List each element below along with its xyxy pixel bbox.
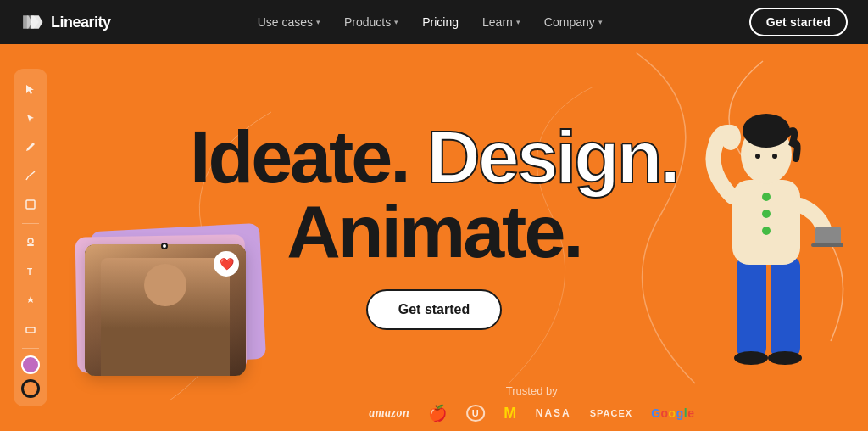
nav-pricing[interactable]: Pricing bbox=[422, 15, 459, 29]
nav-learn[interactable]: Learn ▾ bbox=[482, 15, 520, 29]
svg-point-19 bbox=[768, 351, 802, 365]
select-tool[interactable] bbox=[19, 77, 42, 101]
nav-company[interactable]: Company ▾ bbox=[544, 15, 603, 29]
selection-handle-top bbox=[161, 243, 168, 249]
trusted-logos-row: amazon 🍎 U M NASA SPACEX Google bbox=[369, 404, 694, 423]
magic-tool[interactable] bbox=[19, 288, 42, 312]
nav-use-cases[interactable]: Use cases ▾ bbox=[258, 15, 320, 29]
chevron-down-icon: ▾ bbox=[598, 18, 603, 26]
chevron-down-icon: ▾ bbox=[394, 18, 398, 26]
amazon-logo: amazon bbox=[369, 406, 409, 420]
text-tool[interactable]: T bbox=[19, 260, 42, 283]
svg-point-15 bbox=[721, 125, 741, 150]
nav-products[interactable]: Products ▾ bbox=[344, 15, 398, 29]
pen-tool[interactable] bbox=[19, 135, 42, 159]
hero-title-line1: Ideate. Design. bbox=[137, 120, 731, 194]
svg-rect-17 bbox=[811, 243, 843, 247]
universal-logo: U bbox=[466, 405, 485, 422]
svg-rect-4 bbox=[26, 327, 35, 333]
logo-icon bbox=[20, 13, 44, 31]
character-svg bbox=[690, 95, 843, 383]
google-logo: Google bbox=[651, 406, 694, 420]
left-toolbar: T bbox=[14, 69, 47, 406]
trusted-section: Trusted by amazon 🍎 U M NASA SPACEX Goog… bbox=[369, 384, 694, 423]
svg-point-1 bbox=[28, 238, 33, 243]
nav-get-started-button[interactable]: Get started bbox=[749, 8, 848, 36]
svg-rect-16 bbox=[815, 227, 841, 245]
eraser-tool[interactable] bbox=[19, 317, 42, 341]
fill-color-swatch[interactable] bbox=[21, 355, 40, 374]
chevron-down-icon: ▾ bbox=[316, 18, 320, 26]
trusted-label: Trusted by bbox=[369, 384, 694, 397]
card-main-layer: ❤️ bbox=[85, 244, 246, 376]
pencil-tool[interactable] bbox=[19, 164, 42, 188]
logo[interactable]: Linearity bbox=[20, 13, 111, 31]
nav-links: Use cases ▾ Products ▾ Pricing Learn ▾ C… bbox=[258, 15, 603, 29]
svg-text:T: T bbox=[27, 267, 32, 277]
nasa-logo: NASA bbox=[536, 407, 571, 419]
svg-point-12 bbox=[743, 114, 790, 148]
svg-point-8 bbox=[762, 193, 771, 201]
svg-rect-5 bbox=[737, 256, 766, 358]
svg-rect-0 bbox=[26, 200, 35, 209]
person-head bbox=[144, 264, 186, 306]
mcdonalds-logo: M bbox=[504, 405, 517, 423]
navigation: Linearity Use cases ▾ Products ▾ Pricing… bbox=[0, 0, 868, 44]
svg-point-9 bbox=[762, 210, 771, 218]
logo-text: Linearity bbox=[51, 14, 111, 31]
hero-get-started-button[interactable]: Get started bbox=[366, 289, 502, 330]
chevron-down-icon: ▾ bbox=[516, 18, 520, 26]
stroke-color-swatch[interactable] bbox=[21, 379, 40, 398]
arrow-tool[interactable] bbox=[19, 106, 42, 130]
stamp-tool[interactable] bbox=[19, 231, 42, 255]
svg-rect-2 bbox=[27, 244, 34, 246]
svg-point-10 bbox=[762, 227, 771, 235]
svg-rect-6 bbox=[771, 256, 800, 358]
svg-point-14 bbox=[772, 154, 777, 159]
design-card-illustration: ❤️ bbox=[68, 227, 305, 414]
svg-point-18 bbox=[734, 351, 768, 365]
shape-tool[interactable] bbox=[19, 193, 42, 216]
hero-section: T Ideate. Design. Animate. Get started bbox=[0, 44, 868, 431]
svg-point-13 bbox=[755, 154, 760, 159]
spacex-logo: SPACEX bbox=[590, 408, 632, 418]
character-illustration bbox=[690, 95, 843, 367]
toolbar-divider-2 bbox=[22, 348, 39, 349]
heart-badge: ❤️ bbox=[214, 251, 239, 277]
apple-logo: 🍎 bbox=[428, 404, 448, 423]
toolbar-divider bbox=[22, 223, 39, 224]
